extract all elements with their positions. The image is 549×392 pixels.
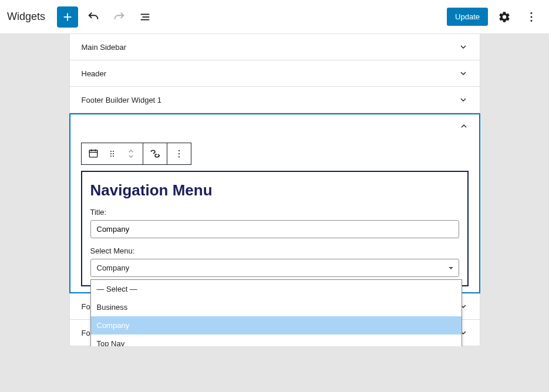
block-type-icon[interactable] bbox=[86, 147, 100, 161]
settings-button[interactable] bbox=[494, 6, 515, 28]
area-label-partial: Fo bbox=[82, 302, 90, 311]
svg-point-5 bbox=[531, 12, 533, 14]
navigation-menu-widget: Navigation Menu Title: Select Menu: Comp… bbox=[81, 171, 469, 286]
more-options-button[interactable] bbox=[521, 6, 542, 28]
title-label: Title: bbox=[90, 208, 459, 217]
chevron-down-icon bbox=[459, 42, 468, 52]
block-toolbar bbox=[81, 143, 191, 165]
toolbar-group-block bbox=[82, 143, 143, 164]
list-view-button[interactable] bbox=[134, 6, 156, 28]
svg-point-15 bbox=[113, 153, 114, 154]
move-arrows-icon[interactable] bbox=[124, 147, 138, 161]
content: Main Sidebar Header Footer Builder Widge… bbox=[69, 34, 480, 346]
toolbar-group-transform bbox=[143, 143, 167, 164]
chevron-up-icon bbox=[459, 121, 469, 131]
move-to-icon[interactable] bbox=[148, 147, 162, 161]
toolbar-group-more bbox=[167, 143, 191, 164]
select-menu-label: Select Menu: bbox=[90, 246, 459, 255]
area-header[interactable]: Header bbox=[70, 60, 480, 86]
svg-point-12 bbox=[110, 151, 112, 152]
undo-button[interactable] bbox=[83, 6, 104, 28]
svg-point-14 bbox=[110, 153, 112, 154]
area-label: Footer Builder Widget 1 bbox=[82, 96, 162, 104]
svg-point-13 bbox=[113, 151, 114, 152]
svg-point-19 bbox=[178, 153, 179, 154]
dropdown-option[interactable]: Top Nav bbox=[91, 334, 462, 346]
dropdown-option[interactable]: — Select — bbox=[91, 280, 462, 298]
chevron-down-icon bbox=[459, 95, 468, 104]
header-left: Widgets bbox=[7, 6, 447, 28]
widget-area-main-sidebar: Main Sidebar bbox=[69, 34, 480, 60]
select-menu-control[interactable]: Company bbox=[90, 259, 459, 277]
area-label: Header bbox=[82, 69, 107, 78]
redo-button bbox=[109, 6, 130, 28]
dropdown-option-selected[interactable]: Company bbox=[91, 316, 462, 334]
svg-point-16 bbox=[110, 156, 112, 157]
widget-area-open: Navigation Menu Title: Select Menu: Comp… bbox=[69, 113, 480, 293]
widget-area-footer-1-collapsed: Footer Builder Widget 1 bbox=[69, 87, 480, 113]
chevron-down-icon bbox=[459, 69, 468, 78]
header-right: Update bbox=[447, 6, 542, 28]
widget-area-header: Header bbox=[69, 60, 480, 87]
select-menu-value: Company bbox=[90, 259, 459, 277]
add-block-button[interactable] bbox=[57, 6, 78, 28]
svg-point-6 bbox=[531, 16, 533, 18]
area-header[interactable]: Main Sidebar bbox=[70, 34, 480, 60]
more-icon[interactable] bbox=[172, 147, 186, 161]
svg-point-17 bbox=[113, 156, 114, 157]
drag-handle-icon[interactable] bbox=[105, 147, 119, 161]
svg-point-7 bbox=[531, 19, 533, 21]
page-title: Widgets bbox=[7, 11, 45, 23]
widget-heading: Navigation Menu bbox=[90, 181, 459, 200]
svg-point-18 bbox=[178, 150, 179, 151]
title-input[interactable] bbox=[90, 220, 459, 238]
select-menu-row: Select Menu: Company — Select — Business… bbox=[90, 246, 459, 277]
area-header[interactable]: Footer Builder Widget 1 bbox=[70, 87, 480, 113]
svg-point-20 bbox=[178, 156, 179, 157]
svg-rect-8 bbox=[89, 150, 97, 157]
title-field-row: Title: bbox=[90, 208, 459, 238]
update-button[interactable]: Update bbox=[447, 8, 488, 26]
dropdown-option[interactable]: Business bbox=[91, 298, 462, 316]
svg-rect-9 bbox=[89, 150, 97, 152]
area-header-open[interactable] bbox=[70, 114, 479, 138]
editor-header: Widgets Update bbox=[0, 0, 549, 34]
area-label: Main Sidebar bbox=[82, 43, 127, 52]
select-menu-dropdown: — Select — Business Company Top Nav bbox=[90, 279, 462, 346]
